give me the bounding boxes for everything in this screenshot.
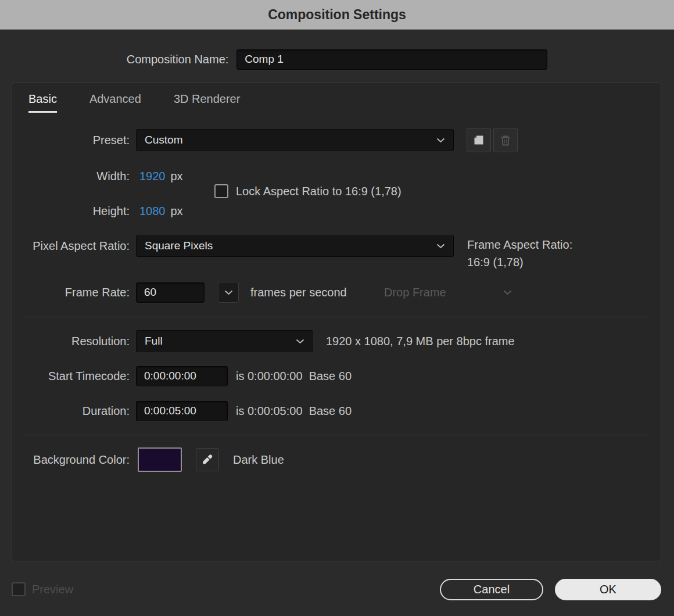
preset-value: Custom [145,134,182,146]
delete-preset-button [493,128,518,152]
lock-aspect-checkbox[interactable] [214,184,228,198]
composition-name-label: Composition Name: [127,53,229,66]
composition-settings-dialog: Composition Settings Composition Name: B… [0,0,674,616]
height-label: Height: [12,205,130,218]
composition-name-input[interactable] [236,49,547,70]
preview-toggle: Preview [12,582,73,596]
ok-button[interactable]: OK [555,579,661,600]
preset-label: Preset: [12,134,130,147]
preset-dropdown[interactable]: Custom [136,129,454,151]
resolution-value: Full [145,335,163,348]
lock-aspect-label: Lock Aspect Ratio to 16:9 (1,78) [236,185,401,198]
duration-info: is 0:00:05:00 Base 60 [236,404,352,418]
preview-label: Preview [32,583,73,596]
height-unit: px [171,205,183,218]
frame-rate-preset-button[interactable] [218,282,239,303]
background-color-name: Dark Blue [233,453,284,467]
start-timecode-info: is 0:00:00:00 Base 60 [236,370,352,383]
drop-frame-value: Drop Frame [384,286,446,299]
trash-icon [500,134,511,146]
preset-actions [467,128,518,152]
background-color-swatch[interactable] [138,447,182,472]
chevron-down-icon [503,290,512,295]
resolution-row: Resolution: Full 1920 x 1080, 7,9 MB per… [12,330,661,352]
pixel-aspect-label: Pixel Aspect Ratio: [12,239,130,253]
start-timecode-input[interactable] [136,366,228,386]
height-value[interactable]: 1080 [139,205,166,218]
start-timecode-label: Start Timecode: [12,370,130,383]
cancel-button[interactable]: Cancel [440,579,543,600]
duration-label: Duration: [12,404,130,418]
duration-input[interactable] [136,401,228,421]
dialog-title: Composition Settings [0,0,674,30]
divider [24,317,650,317]
tab-bar: Basic Advanced 3D Renderer [28,92,240,113]
width-label: Width: [12,170,130,183]
duration-row: Duration: is 0:00:05:00 Base 60 [12,400,661,422]
preset-row: Preset: Custom [12,128,661,152]
height-row: Height: 1080 px [12,200,661,222]
frame-aspect-ratio: Frame Aspect Ratio: 16:9 (1,78) [467,236,572,271]
tab-advanced[interactable]: Advanced [89,92,141,113]
pixel-aspect-value: Square Pixels [145,239,213,252]
chevron-down-icon [224,290,233,295]
resolution-dropdown[interactable]: Full [136,330,313,352]
width-value[interactable]: 1920 [139,170,166,183]
frames-per-second-label: frames per second [250,286,347,299]
start-timecode-row: Start Timecode: is 0:00:00:00 Base 60 [12,365,661,387]
background-color-row: Background Color: Dark Blue [12,447,661,472]
chevron-down-icon [296,339,304,344]
save-preset-icon [472,134,485,146]
composition-name-row: Composition Name: [0,49,674,70]
save-preset-button[interactable] [467,128,491,152]
tab-basic[interactable]: Basic [28,92,57,113]
chevron-down-icon [436,138,445,143]
frame-rate-label: Frame Rate: [12,286,130,299]
frame-rate-input[interactable] [136,282,205,303]
eyedropper-icon [202,454,214,466]
resolution-label: Resolution: [12,335,130,348]
divider [24,435,650,435]
frame-aspect-value: 16:9 (1,78) [467,253,572,271]
settings-panel: Basic Advanced 3D Renderer Preset: Custo… [12,83,661,561]
chevron-down-icon [436,243,445,249]
pixel-aspect-dropdown[interactable]: Square Pixels [136,235,454,257]
width-unit: px [171,170,183,183]
drop-frame-dropdown: Drop Frame [384,281,515,303]
frame-rate-row: Frame Rate: frames per second Drop Frame [12,281,661,303]
preview-checkbox [12,582,26,596]
resolution-info: 1920 x 1080, 7,9 MB per 8bpc frame [326,335,515,348]
frame-aspect-label: Frame Aspect Ratio: [467,236,572,253]
background-color-label: Background Color: [12,453,130,467]
tab-3d-renderer[interactable]: 3D Renderer [174,92,241,113]
lock-aspect-ratio: Lock Aspect Ratio to 16:9 (1,78) [214,184,401,198]
eyedropper-button[interactable] [196,448,219,471]
